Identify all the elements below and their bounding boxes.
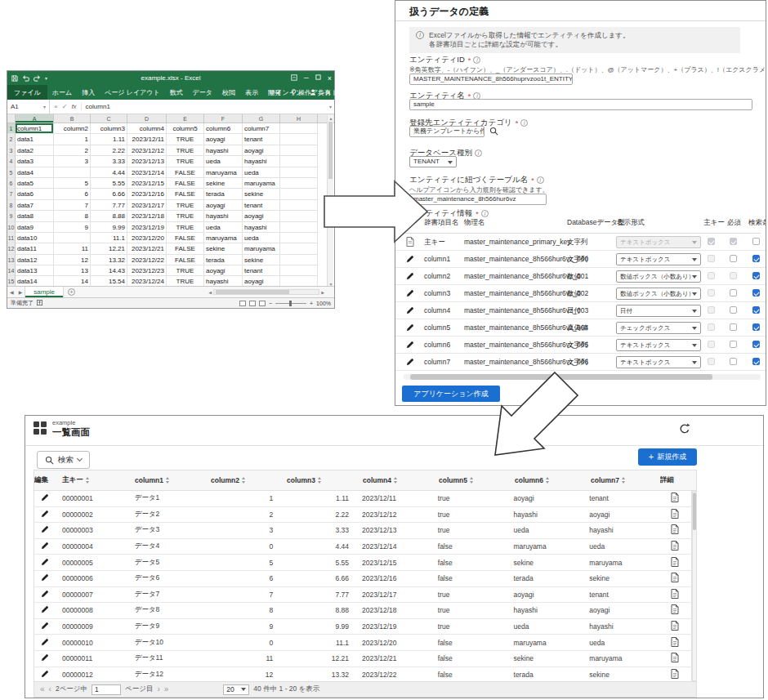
cell[interactable]: hayashi — [204, 145, 243, 156]
row-number[interactable] — [7, 222, 16, 233]
cell[interactable]: TRUE — [167, 134, 204, 145]
cell[interactable]: column4 — [127, 123, 167, 134]
sort-icon[interactable] — [318, 477, 321, 484]
cell[interactable]: 7.77 — [91, 200, 127, 211]
cell[interactable]: 2023/12/13 — [127, 156, 167, 167]
qat-dropdown-icon[interactable]: ▾ — [45, 75, 47, 81]
display-format-select[interactable]: テキストボックス — [616, 356, 701, 368]
required-checkbox[interactable] — [730, 272, 737, 279]
edit-pencil-icon[interactable] — [406, 289, 414, 299]
display-format-select[interactable]: 日付 — [616, 305, 701, 317]
cell[interactable]: TRUE — [167, 200, 204, 211]
cell[interactable]: column3 — [91, 123, 127, 134]
required-checkbox[interactable] — [730, 238, 737, 245]
scrollbar-thumb[interactable] — [693, 493, 696, 530]
normal-view-icon[interactable] — [239, 301, 246, 306]
edit-pencil-icon[interactable] — [34, 605, 56, 615]
cell[interactable]: 2023/12/20 — [127, 233, 167, 243]
cell[interactable]: 2023/12/22 — [127, 255, 167, 265]
primary-key-checkbox[interactable] — [708, 341, 715, 348]
cell[interactable]: TRUE — [167, 222, 204, 233]
tab-view[interactable]: 表示 — [240, 88, 263, 97]
primary-key-checkbox[interactable] — [708, 255, 715, 262]
search-condition-checkbox[interactable] — [752, 358, 760, 365]
prev-page-icon[interactable]: ‹ — [49, 685, 51, 693]
edit-pencil-icon[interactable] — [406, 358, 414, 368]
sort-icon[interactable] — [86, 477, 89, 484]
detail-document-icon[interactable] — [659, 621, 691, 632]
cell[interactable] — [280, 189, 318, 199]
primary-key-checkbox[interactable] — [708, 272, 715, 279]
cell[interactable]: 9 — [54, 222, 91, 233]
cell[interactable]: 2023/12/17 — [127, 200, 167, 211]
cell[interactable]: aoyagi — [243, 211, 280, 221]
edit-pencil-icon[interactable] — [34, 510, 56, 519]
cell[interactable]: 2023/12/14 — [127, 167, 167, 178]
cell[interactable]: aoyagi — [204, 265, 243, 276]
cell[interactable]: 2023/12/21 — [127, 243, 167, 254]
cell[interactable]: sekine — [243, 189, 280, 199]
scroll-up-icon[interactable]: ▲ — [328, 116, 334, 121]
edit-pencil-icon[interactable] — [34, 622, 56, 631]
col-primary-key[interactable]: 主キー — [56, 475, 128, 485]
detail-document-icon[interactable] — [659, 493, 691, 504]
cell[interactable]: 4.44 — [91, 167, 127, 178]
zoom-in-icon[interactable]: + — [310, 301, 313, 306]
column-header[interactable]: E — [167, 114, 204, 123]
primary-key-checkbox[interactable] — [708, 289, 715, 296]
detail-document-icon[interactable] — [659, 573, 691, 584]
cell[interactable]: data10 — [16, 233, 54, 243]
tab-data[interactable]: データ — [188, 88, 217, 97]
edit-pencil-icon[interactable] — [406, 272, 414, 282]
cell[interactable]: 2023/12/15 — [127, 178, 167, 189]
formula-bar-expand-icon[interactable]: ▾ — [329, 104, 334, 109]
sort-icon[interactable] — [166, 477, 169, 484]
column-header[interactable]: A — [16, 114, 54, 123]
cell[interactable]: column5 — [167, 123, 204, 134]
cell[interactable] — [280, 200, 318, 211]
cell[interactable]: ueda — [204, 156, 243, 167]
required-checkbox[interactable] — [730, 358, 737, 365]
cell[interactable] — [280, 178, 318, 189]
sign-in-link[interactable]: サインイン — [269, 88, 302, 97]
sheet-tab-sample[interactable]: sample — [25, 287, 64, 297]
cell[interactable]: 2023/12/11 — [127, 134, 167, 145]
cell[interactable]: 2.22 — [91, 145, 127, 156]
row-number[interactable] — [7, 243, 16, 254]
cell[interactable]: FALSE — [167, 167, 204, 178]
cell[interactable]: hayashi — [243, 156, 280, 167]
cell[interactable]: data13 — [16, 265, 54, 276]
row-number[interactable] — [7, 233, 16, 243]
sheet-prev-icon[interactable]: ◀ — [7, 289, 16, 295]
row-number[interactable] — [7, 200, 16, 211]
cell[interactable]: column2 — [54, 123, 91, 134]
sort-icon[interactable] — [470, 477, 473, 484]
cell[interactable]: 2023/12/18 — [127, 211, 167, 221]
cell[interactable]: TRUE — [167, 211, 204, 221]
cell[interactable] — [54, 233, 91, 243]
cell[interactable]: maruyama — [204, 167, 243, 178]
new-sheet-icon[interactable]: + — [68, 288, 75, 296]
zoom-slider[interactable] — [275, 303, 306, 304]
cell[interactable]: aoyagi — [204, 134, 243, 145]
cell[interactable]: ueda — [243, 233, 280, 243]
excel-horizontal-scrollbar[interactable]: ◀ ▶ — [208, 289, 324, 295]
cell[interactable]: data8 — [16, 211, 54, 221]
tab-review[interactable]: 校閲 — [217, 88, 240, 97]
cell[interactable]: 8 — [54, 211, 91, 221]
cell[interactable] — [280, 134, 318, 145]
search-condition-checkbox[interactable] — [752, 238, 760, 245]
edit-pencil-icon[interactable] — [34, 493, 56, 503]
cell[interactable]: 5 — [54, 178, 91, 189]
cell[interactable]: tenant — [243, 200, 280, 211]
edit-pencil-icon[interactable] — [34, 558, 56, 568]
tab-home[interactable]: ホーム — [47, 88, 77, 97]
entity-category-input[interactable]: 業務テンプレートから作成 — [409, 126, 484, 137]
cell[interactable]: tenant — [243, 134, 280, 145]
cell[interactable]: 2023/12/23 — [127, 265, 167, 276]
cell[interactable] — [280, 145, 318, 156]
cell[interactable] — [280, 156, 318, 167]
help-icon[interactable]: i — [481, 210, 489, 217]
row-number[interactable] — [7, 134, 16, 145]
cell[interactable]: 1 — [54, 134, 91, 145]
